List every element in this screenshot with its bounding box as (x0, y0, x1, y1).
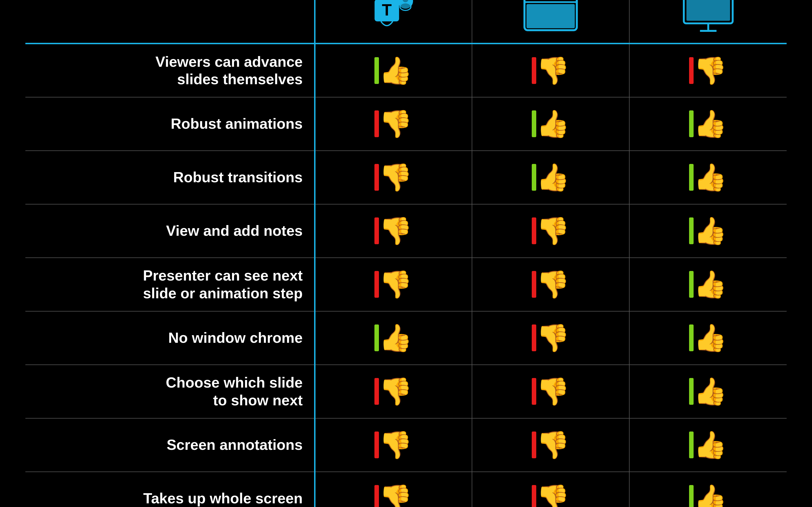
header-teams-col: T (315, 0, 472, 44)
monitor-icon (632, 0, 784, 35)
row-label: Robust animations (26, 97, 315, 151)
thumbs-down-red: 👎 (478, 325, 623, 351)
browser-cell: 👎 (472, 472, 629, 507)
table-row: Screen annotations👎👎👍 (26, 418, 786, 472)
row-label: Screen annotations (26, 418, 315, 472)
browser-cell: 👎 (472, 365, 629, 418)
svg-text:T: T (382, 1, 392, 19)
table-row: View and add notes👎👎👍 (26, 204, 786, 258)
thumbs-down-red: 👎 (478, 485, 623, 507)
row-label: Robust transitions (26, 151, 315, 204)
thumbs-up-green: 👍 (635, 378, 781, 405)
table-row: Robust animations👎👍👍 (26, 97, 786, 151)
thumbs-up-green: 👍 (321, 57, 466, 84)
browser-cell: 👎 (472, 204, 629, 258)
thumbs-up-green: 👍 (635, 110, 781, 137)
comparison-table: T (26, 0, 786, 507)
svg-rect-12 (526, 4, 574, 29)
header-browser-col (472, 0, 629, 44)
row-label: Presenter can see nextslide or animation… (26, 258, 315, 311)
thumbs-down-red: 👎 (321, 378, 466, 405)
thumbs-up-green: 👍 (635, 271, 781, 298)
teams-cell: 👎 (315, 97, 472, 151)
teams-cell: 👍 (315, 44, 472, 97)
thumbs-up-green: 👍 (321, 325, 466, 351)
thumbs-up-green: 👍 (635, 164, 781, 191)
row-label: View and add notes (26, 204, 315, 258)
row-label: No window chrome (26, 311, 315, 365)
header-desktop-col (629, 0, 786, 44)
teams-icon: T (318, 0, 469, 35)
teams-cell: 👎 (315, 151, 472, 204)
thumbs-down-red: 👎 (478, 378, 623, 405)
teams-cell: 👎 (315, 258, 472, 311)
thumbs-up-green: 👍 (635, 217, 781, 244)
desktop-cell: 👍 (629, 151, 786, 204)
header-label-col (26, 0, 315, 44)
teams-cell: 👎 (315, 418, 472, 472)
thumbs-down-red: 👎 (635, 57, 781, 84)
row-label: Viewers can advanceslides themselves (26, 44, 315, 97)
browser-cell: 👎 (472, 311, 629, 365)
desktop-cell: 👎 (629, 44, 786, 97)
thumbs-down-red: 👎 (321, 485, 466, 507)
thumbs-up-green: 👍 (635, 485, 781, 507)
table-row: Takes up whole screen👎👎👍 (26, 472, 786, 507)
thumbs-down-red: 👎 (478, 432, 623, 458)
browser-cell: 👍 (472, 151, 629, 204)
browser-cell: 👎 (472, 44, 629, 97)
desktop-cell: 👍 (629, 97, 786, 151)
table-row: Robust transitions👎👍👍 (26, 151, 786, 204)
browser-cell: 👍 (472, 97, 629, 151)
browser-cell: 👎 (472, 418, 629, 472)
thumbs-down-red: 👎 (478, 217, 623, 244)
desktop-cell: 👍 (629, 472, 786, 507)
row-label: Choose which slideto show next (26, 365, 315, 418)
browser-cell: 👎 (472, 258, 629, 311)
row-label: Takes up whole screen (26, 472, 315, 507)
table-row: Choose which slideto show next👎👎👍 (26, 365, 786, 418)
thumbs-up-green: 👍 (478, 164, 623, 191)
teams-cell: 👎 (315, 472, 472, 507)
desktop-cell: 👍 (629, 418, 786, 472)
thumbs-up-green: 👍 (478, 110, 623, 137)
desktop-cell: 👍 (629, 311, 786, 365)
thumbs-down-red: 👎 (478, 57, 623, 84)
thumbs-down-red: 👎 (321, 432, 466, 458)
desktop-cell: 👍 (629, 204, 786, 258)
table-row: No window chrome👍👎👍 (26, 311, 786, 365)
browser-icon (475, 0, 626, 35)
teams-cell: 👎 (315, 204, 472, 258)
thumbs-up-green: 👍 (635, 432, 781, 458)
thumbs-down-red: 👎 (478, 271, 623, 298)
thumbs-down-red: 👎 (321, 217, 466, 244)
desktop-cell: 👍 (629, 365, 786, 418)
thumbs-down-red: 👎 (321, 271, 466, 298)
teams-cell: 👍 (315, 311, 472, 365)
thumbs-down-red: 👎 (321, 164, 466, 191)
desktop-cell: 👍 (629, 258, 786, 311)
header-row: T (26, 0, 786, 44)
teams-cell: 👎 (315, 365, 472, 418)
svg-rect-16 (686, 0, 730, 21)
thumbs-up-green: 👍 (635, 325, 781, 351)
table-row: Presenter can see nextslide or animation… (26, 258, 786, 311)
thumbs-down-red: 👎 (321, 110, 466, 137)
table-row: Viewers can advanceslides themselves👍👎👎 (26, 44, 786, 97)
